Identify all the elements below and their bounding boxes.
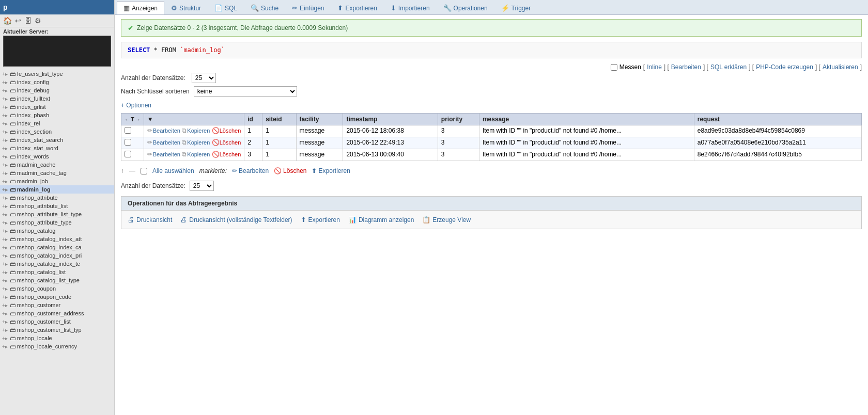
sidebar-item-mshop_catalog_index_ca[interactable]: +▸ 🗃 mshop_catalog_index_ca xyxy=(0,243,114,251)
delete-marked-button[interactable]: 🚫 Löschen xyxy=(274,167,306,174)
op-link-0[interactable]: 🖨Druckansicht xyxy=(128,216,172,224)
op-icon-4: 📋 xyxy=(422,216,430,224)
edit-btn-2[interactable]: Bearbeiten xyxy=(153,151,180,157)
sidebar-item-mshop_attribute_list_type[interactable]: +▸ 🗃 mshop_attribute_list_type xyxy=(0,210,114,218)
sidebar-item-mshop_attribute_type[interactable]: +▸ 🗃 mshop_attribute_type xyxy=(0,218,114,227)
home-icon[interactable]: 🏠 xyxy=(3,17,12,25)
tab-exportieren[interactable]: ⬆ Exportieren xyxy=(331,1,383,14)
aktualisieren-link[interactable]: Aktualisieren xyxy=(823,63,858,71)
sidebar-item-mshop_customer_list_typ[interactable]: +▸ 🗃 mshop_customer_list_typ xyxy=(0,326,114,334)
op-link-4[interactable]: 📋Erzeuge View xyxy=(422,216,471,224)
tab-operationen[interactable]: 🔧 Operationen xyxy=(437,1,494,14)
sidebar-item-index_rel[interactable]: +▸ 🗃 index_rel xyxy=(0,119,114,127)
edit-btn-1[interactable]: Bearbeiten xyxy=(153,139,180,146)
sidebar-item-index_fulltext[interactable]: +▸ 🗃 index_fulltext xyxy=(0,94,114,103)
sidebar-item-mshop_locale[interactable]: +▸ 🗃 mshop_locale xyxy=(0,334,114,342)
options-link[interactable]: + Optionen xyxy=(121,102,151,109)
delete-btn-0[interactable]: Löschen xyxy=(220,127,241,134)
sidebar-item-index_section[interactable]: +▸ 🗃 index_section xyxy=(0,127,114,136)
sidebar-item-index_stat_search[interactable]: +▸ 🗃 index_stat_search xyxy=(0,136,114,144)
delete-btn-2[interactable]: Löschen xyxy=(220,151,241,157)
sidebar-item-mshop_locale_currency[interactable]: +▸ 🗃 mshop_locale_currency xyxy=(0,342,114,350)
edit-marked-button[interactable]: ✏ Bearbeiten xyxy=(232,167,269,174)
sidebar-item-madmin_log[interactable]: +▸ 🗃 madmin_log xyxy=(0,185,114,194)
sidebar-item-madmin_cache_tag[interactable]: +▸ 🗃 madmin_cache_tag xyxy=(0,169,114,177)
edit-btn-0[interactable]: Bearbeiten xyxy=(153,127,180,134)
sidebar-item-mshop_customer_address[interactable]: +▸ 🗃 mshop_customer_address xyxy=(0,309,114,317)
tab-icon-3: 🔍 xyxy=(251,4,259,12)
tab-anzeigen[interactable]: ▦ Anzeigen xyxy=(117,1,164,14)
export-marked-button[interactable]: ⬆ Exportieren xyxy=(312,167,350,174)
sidebar-item-madmin_cache[interactable]: +▸ 🗃 madmin_cache xyxy=(0,161,114,169)
sidebar-item-index_debug[interactable]: +▸ 🗃 index_debug xyxy=(0,86,114,94)
sidebar-item-mshop_customer[interactable]: +▸ 🗃 mshop_customer xyxy=(0,301,114,309)
sidebar-item-madmin_job[interactable]: +▸ 🗃 madmin_job xyxy=(0,177,114,185)
sidebar-item-mshop_attribute_list[interactable]: +▸ 🗃 mshop_attribute_list xyxy=(0,202,114,210)
sidebar-item-index_stat_word[interactable]: +▸ 🗃 index_stat_word xyxy=(0,144,114,152)
sort-select[interactable]: keinePRIMARY xyxy=(194,86,297,97)
rows-select-bottom[interactable]: 2550100250500 xyxy=(190,181,214,191)
bearbeiten-link[interactable]: Bearbeiten xyxy=(671,63,701,71)
inline-link[interactable]: Inline xyxy=(647,63,662,71)
sidebar-item-icon: 🗃 xyxy=(10,170,16,176)
tree-expand-icon: +▸ xyxy=(2,278,8,283)
tab-struktur[interactable]: ⚙ Struktur xyxy=(164,1,208,14)
sidebar-item-label: index_debug xyxy=(17,87,50,93)
sidebar-item-label: mshop_coupon_code xyxy=(17,294,71,300)
select-all-checkbox[interactable] xyxy=(141,168,147,174)
copy-btn-0[interactable]: Kopieren xyxy=(187,127,210,134)
op-link-1[interactable]: 🖨Druckansicht (vollständige Textfelder) xyxy=(180,216,292,224)
select-all-label[interactable]: Alle auswählen xyxy=(152,167,194,174)
sidebar-item-label: mshop_locale_currency xyxy=(17,343,77,349)
op-link-3[interactable]: 📊Diagramm anzeigen xyxy=(348,216,414,224)
back-icon[interactable]: ↩ xyxy=(15,17,21,25)
messen-checkbox[interactable] xyxy=(611,64,617,71)
row-checkbox-1[interactable] xyxy=(125,139,131,146)
sidebar-item-index_grlist[interactable]: +▸ 🗃 index_grlist xyxy=(0,103,114,111)
sidebar-item-icon: 🗃 xyxy=(10,261,16,267)
rows-select[interactable]: 2550100250500 xyxy=(192,73,216,83)
copy-btn-2[interactable]: Kopieren xyxy=(187,151,210,157)
php-code-link[interactable]: PHP-Code erzeugen xyxy=(756,63,813,71)
tab-suche[interactable]: 🔍 Suche xyxy=(244,1,285,14)
tree-expand-icon: +▸ xyxy=(2,137,8,143)
tab-sql[interactable]: 📄 SQL xyxy=(208,1,244,14)
sidebar-item-mshop_coupon_code[interactable]: +▸ 🗃 mshop_coupon_code xyxy=(0,293,114,301)
sidebar-item-mshop_catalog_index_att[interactable]: +▸ 🗃 mshop_catalog_index_att xyxy=(0,235,114,243)
op-label-3: Diagramm anzeigen xyxy=(359,216,414,224)
row-checkbox-cell xyxy=(121,137,144,149)
sql-erklaeren-link[interactable]: SQL erklären xyxy=(710,63,747,71)
settings-icon[interactable]: ⚙ xyxy=(35,17,41,25)
sidebar-item-index_config[interactable]: +▸ 🗃 index_config xyxy=(0,78,114,86)
delete-btn-1[interactable]: Löschen xyxy=(220,139,241,146)
sidebar-item-mshop_catalog[interactable]: +▸ 🗃 mshop_catalog xyxy=(0,227,114,235)
tree-expand-icon: +▸ xyxy=(2,79,8,85)
sidebar-item-index_phash[interactable]: +▸ 🗃 index_phash xyxy=(0,111,114,119)
sql-select-keyword: SELECT xyxy=(128,46,150,54)
sidebar-item-mshop_coupon[interactable]: +▸ 🗃 mshop_coupon xyxy=(0,284,114,293)
tab-trigger[interactable]: ⚡ Trigger xyxy=(494,1,538,14)
sidebar-item-mshop_attribute[interactable]: +▸ 🗃 mshop_attribute xyxy=(0,194,114,202)
sidebar-item-index_words[interactable]: +▸ 🗃 index_words xyxy=(0,152,114,161)
row-checkbox-0[interactable] xyxy=(125,127,131,134)
sidebar-item-mshop_catalog_index_te[interactable]: +▸ 🗃 mshop_catalog_index_te xyxy=(0,260,114,268)
copy-btn-1[interactable]: Kopieren xyxy=(187,139,210,146)
sidebar-item-mshop_catalog_list[interactable]: +▸ 🗃 mshop_catalog_list xyxy=(0,268,114,276)
op-link-2[interactable]: ⬆Exportieren xyxy=(301,216,340,224)
sidebar: p 🏠 ↩ 🗄 ⚙ Aktueller Server: +▸ 🗃 fe_user… xyxy=(0,0,115,415)
sidebar-item-label: mshop_catalog_list_type xyxy=(17,277,80,283)
sidebar-item-mshop_catalog_list_type[interactable]: +▸ 🗃 mshop_catalog_list_type xyxy=(0,276,114,284)
db-icon[interactable]: 🗄 xyxy=(24,17,32,25)
copy-icon-1: ⧉ xyxy=(182,139,187,146)
rows-label-bottom: Anzahl der Datensätze: xyxy=(121,182,185,189)
sidebar-item-mshop_catalog_index_pri[interactable]: +▸ 🗃 mshop_catalog_index_pri xyxy=(0,251,114,260)
row-checkbox-cell xyxy=(121,125,144,137)
tab-importieren[interactable]: ⬇ Importieren xyxy=(384,1,437,14)
sidebar-item-mshop_customer_list[interactable]: +▸ 🗃 mshop_customer_list xyxy=(0,317,114,326)
row-checkbox-2[interactable] xyxy=(125,151,131,157)
th-timestamp: timestamp xyxy=(343,114,438,125)
cell-siteid-2: 1 xyxy=(262,149,296,161)
cell-request-1: a077a5e0f7a05408e6e210bd735a2a11 xyxy=(694,137,861,149)
sidebar-item-fe_users_list_type[interactable]: +▸ 🗃 fe_users_list_type xyxy=(0,70,114,78)
tab-einfgen[interactable]: ✏ Einfügen xyxy=(285,1,331,14)
